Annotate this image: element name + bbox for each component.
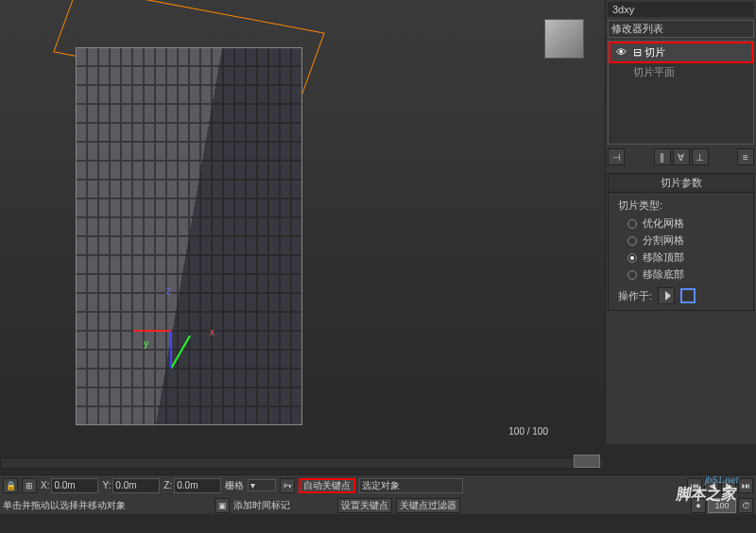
stack-item-slice[interactable]: 👁 ⊟ 切片 xyxy=(609,42,753,63)
x-label: X: xyxy=(41,480,49,490)
grid-dropdown[interactable]: ▾ xyxy=(248,479,276,491)
slice-params-rollout: 切片参数 切片类型: 优化网格 分割网格 移除顶部 移除底部 操作于: xyxy=(608,173,754,311)
expand-icon[interactable]: ⊟ xyxy=(633,46,642,58)
radio-split-mesh[interactable]: 分割网格 xyxy=(627,233,744,248)
viewcube[interactable] xyxy=(544,19,584,59)
time-tag-icon[interactable]: ▣ xyxy=(215,498,230,513)
modifier-list-dropdown[interactable]: 修改器列表 xyxy=(608,20,754,38)
timeline[interactable] xyxy=(0,452,605,474)
x-coord-input[interactable] xyxy=(51,478,98,493)
slice-type-label: 切片类型: xyxy=(618,198,744,213)
radio-remove-bottom[interactable]: 移除底部 xyxy=(627,267,744,282)
y-label: Y: xyxy=(102,480,111,490)
z-coord-input[interactable] xyxy=(174,478,221,493)
radio-remove-top[interactable]: 移除顶部 xyxy=(627,250,744,265)
modifier-stack[interactable]: 👁 ⊟ 切片 切片平面 xyxy=(608,41,754,145)
timeline-scrubber[interactable] xyxy=(574,455,600,468)
rollout-header[interactable]: 切片参数 xyxy=(609,174,753,193)
frame-indicator: 100 / 100 xyxy=(508,426,548,437)
operate-on-label: 操作于: xyxy=(618,289,652,303)
command-panel: 3dxy 修改器列表 👁 ⊟ 切片 切片平面 ⊣ ‖ ∀ ⊥ ≡ 切片参数 切片… xyxy=(605,0,756,444)
show-end-result-button[interactable]: ‖ xyxy=(654,148,671,165)
pin-stack-button[interactable]: ⊣ xyxy=(608,148,625,165)
key-filters-button[interactable]: 关键点过滤器 xyxy=(396,498,460,513)
stack-subitem-slice-plane[interactable]: 切片平面 xyxy=(609,63,753,81)
viewport-3d[interactable]: x y z 100 / 100 xyxy=(0,0,605,444)
prompt-text: 单击并拖动以选择并移动对象 xyxy=(3,499,211,512)
add-time-tag-label[interactable]: 添加时间标记 xyxy=(233,499,290,512)
stack-toolbar: ⊣ ‖ ∀ ⊥ ≡ xyxy=(608,148,754,165)
y-coord-input[interactable] xyxy=(112,478,160,493)
lock-selection-icon[interactable]: 🔒 xyxy=(3,478,18,493)
set-key-button[interactable]: 设置关键点 xyxy=(337,498,392,513)
key-target-dropdown[interactable]: 选定对象 xyxy=(359,478,463,493)
watermark: jb51.net 脚本之家 xyxy=(675,474,739,505)
abs-transform-icon[interactable]: ⊞ xyxy=(22,478,37,493)
object-name: 3dxy xyxy=(608,2,754,17)
configure-sets-button[interactable]: ≡ xyxy=(737,148,754,165)
radio-refine-mesh[interactable]: 优化网格 xyxy=(627,216,744,231)
make-unique-button[interactable]: ∀ xyxy=(673,148,690,165)
grid-label: 栅格 xyxy=(225,479,244,492)
status-bar: 🔒 ⊞ X: Y: Z: 栅格 ▾ 🗝 自动关键点 选定对象 ⏮ ◀ ▶ ⏭ 单… xyxy=(0,474,756,514)
operate-poly-button[interactable] xyxy=(658,287,675,304)
z-label: Z: xyxy=(163,480,172,490)
auto-key-button[interactable]: 自动关键点 xyxy=(299,478,355,493)
timeline-track[interactable] xyxy=(0,457,605,469)
time-config-button[interactable]: ⏱ xyxy=(738,498,753,513)
remove-modifier-button[interactable]: ⊥ xyxy=(692,148,709,165)
next-frame-button[interactable]: ⏭ xyxy=(738,478,753,493)
visibility-icon[interactable]: 👁 xyxy=(616,46,627,58)
operate-mesh-button[interactable] xyxy=(680,288,696,303)
building-model[interactable] xyxy=(76,47,302,425)
key-icon[interactable]: 🗝 xyxy=(280,478,295,493)
